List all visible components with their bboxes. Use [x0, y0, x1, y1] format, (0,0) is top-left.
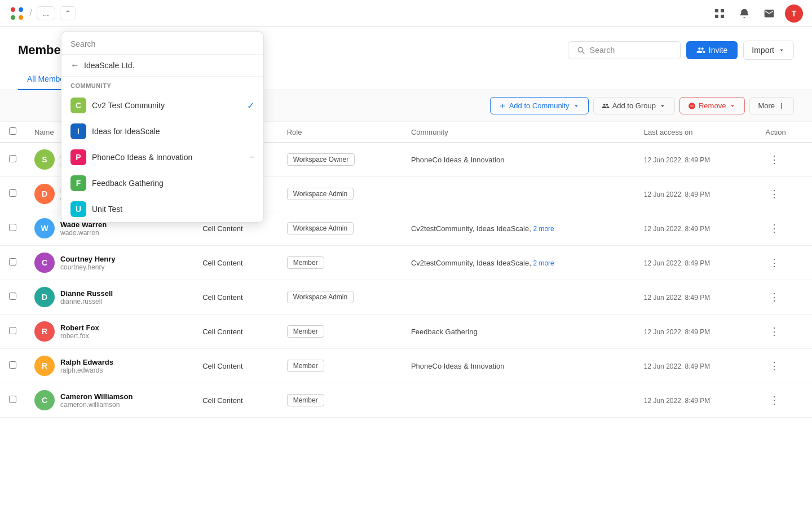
import-button[interactable]: Import [743, 41, 794, 60]
row-checkbox[interactable] [9, 155, 16, 162]
role-cell: Member [278, 349, 402, 383]
member-cell: C Cameron Williamson cameron.williamson [25, 383, 193, 418]
member-details: Courtney Henry courtney.henry [60, 255, 116, 271]
community-item-icon: I [70, 123, 86, 139]
remove-label: Remove [699, 101, 726, 110]
member-details: Cameron Williamson cameron.williamson [60, 392, 133, 409]
role-cell: Workspace Admin [278, 211, 402, 246]
row-checkbox[interactable] [9, 361, 16, 369]
dropdown-community-item[interactable]: F Feedback Gathering [61, 170, 263, 196]
add-to-group-button[interactable]: Add to Group [593, 97, 675, 114]
action-dots-button[interactable]: ⋮ [766, 220, 783, 237]
mail-icon-button[interactable] [760, 5, 778, 23]
dropdown-back-row[interactable]: ← IdeaScale Ltd. [61, 55, 263, 77]
dropdown-community-item[interactable]: C Cv2 Test Community ✓ [61, 92, 263, 118]
cell-content-cell: Cell Content [193, 246, 278, 280]
member-info: D Dianne Russell dianne.russell [34, 287, 184, 307]
svg-rect-4 [715, 9, 718, 12]
community-text: Feedback Gathering [411, 327, 478, 336]
action-cell: ⋮ [757, 315, 812, 349]
community-more-link[interactable]: 2 more [533, 259, 554, 267]
svg-point-2 [11, 15, 15, 20]
role-cell: Workspace Owner [278, 143, 402, 177]
community-dropdown: Search ← IdeaScale Ltd. COMMUNITY C Cv2 … [61, 31, 264, 223]
col-community: Community [402, 122, 635, 143]
more-button[interactable]: More [749, 97, 794, 114]
action-cell: ⋮ [757, 246, 812, 280]
role-badge: Member [287, 360, 324, 372]
community-cell: Cv2testCommunity, Ideas IdeaScale, 2 mor… [402, 211, 635, 246]
dropdown-search-row: Search [61, 32, 263, 55]
grid-icon-button[interactable] [710, 5, 729, 23]
top-navigation: / ... ⌃ T [0, 0, 812, 27]
member-info: R Robert Fox robert.fox [34, 321, 184, 342]
app-logo [9, 6, 25, 21]
notification-icon-button[interactable] [735, 5, 753, 23]
member-name: Ralph Edwards [60, 358, 113, 366]
breadcrumb-more-button[interactable]: ... [37, 6, 55, 20]
role-badge: Member [287, 394, 324, 406]
action-dots-button[interactable]: ⋮ [766, 185, 783, 202]
row-checkbox[interactable] [9, 258, 16, 265]
row-checkbox[interactable] [9, 224, 16, 231]
member-details: Robert Fox robert.fox [60, 324, 99, 340]
header-actions: Search Invite Import [568, 41, 794, 60]
nav-chevron-button[interactable]: ⌃ [60, 6, 76, 20]
action-dots-button[interactable]: ⋮ [766, 392, 783, 409]
last-access-cell: 12 Jun 2022, 8:49 PM [635, 349, 757, 383]
action-dots-button[interactable]: ⋮ [766, 323, 783, 340]
row-checkbox[interactable] [9, 189, 16, 197]
timestamp: 12 Jun 2022, 8:49 PM [644, 362, 710, 370]
dropdown-community-item[interactable]: U Unit Test [61, 196, 263, 222]
community-item-icon: C [70, 98, 86, 113]
role-cell: Member [278, 315, 402, 349]
row-checkbox-cell [0, 143, 25, 177]
member-avatar: R [34, 321, 55, 342]
svg-rect-6 [715, 15, 718, 18]
search-box[interactable]: Search [568, 41, 681, 59]
invite-button[interactable]: Invite [686, 41, 738, 59]
add-icon [498, 102, 506, 110]
select-all-checkbox[interactable] [9, 127, 16, 135]
cell-content-cell: Cell Content [193, 383, 278, 418]
row-checkbox[interactable] [9, 327, 16, 334]
import-chevron-icon [778, 46, 785, 54]
add-to-community-label: Add to Community [509, 101, 570, 110]
community-text: PhoneCo Ideas & Innovation [411, 362, 505, 370]
action-dots-button[interactable]: ⋮ [766, 357, 783, 374]
community-item-icon: U [70, 201, 86, 217]
dropdown-community-item[interactable]: I Ideas for IdeaScale [61, 118, 263, 144]
action-dots-button[interactable]: ⋮ [766, 151, 783, 168]
member-name: Robert Fox [60, 324, 99, 332]
member-username: robert.fox [60, 332, 99, 340]
timestamp: 12 Jun 2022, 8:49 PM [644, 225, 710, 233]
member-avatar: C [34, 253, 55, 273]
community-cell: PhoneCo Ideas & Innovation [402, 143, 635, 177]
role-badge: Member [287, 325, 324, 338]
row-checkbox[interactable] [9, 396, 16, 403]
timestamp: 12 Jun 2022, 8:49 PM [644, 328, 710, 336]
action-cell: ⋮ [757, 211, 812, 246]
action-cell: ⋮ [757, 177, 812, 211]
remove-button[interactable]: Remove [679, 97, 745, 114]
row-checkbox-cell [0, 383, 25, 418]
dropdown-community-item[interactable]: P PhoneCo Ideas & Innovation − [61, 144, 263, 170]
action-dots-button[interactable]: ⋮ [766, 254, 783, 271]
user-avatar[interactable]: T [785, 5, 803, 23]
cell-content-cell: Cell Content [193, 349, 278, 383]
last-access-cell: 12 Jun 2022, 8:49 PM [635, 246, 757, 280]
remove-icon [688, 102, 696, 110]
add-to-community-button[interactable]: Add to Community [490, 97, 589, 114]
col-role: Role [278, 122, 402, 143]
row-checkbox-cell [0, 315, 25, 349]
table-row: D Dianne Russell dianne.russell Cell Con… [0, 280, 812, 315]
community-more-link[interactable]: 2 more [533, 225, 554, 233]
group-icon [602, 102, 610, 110]
invite-label: Invite [709, 46, 727, 55]
action-dots-button[interactable]: ⋮ [766, 289, 783, 306]
member-cell: D Dianne Russell dianne.russell [25, 280, 193, 315]
last-access-cell: 12 Jun 2022, 8:49 PM [635, 280, 757, 315]
row-checkbox[interactable] [9, 293, 16, 300]
nav-separator: / [29, 7, 32, 19]
community-cell [402, 280, 635, 315]
